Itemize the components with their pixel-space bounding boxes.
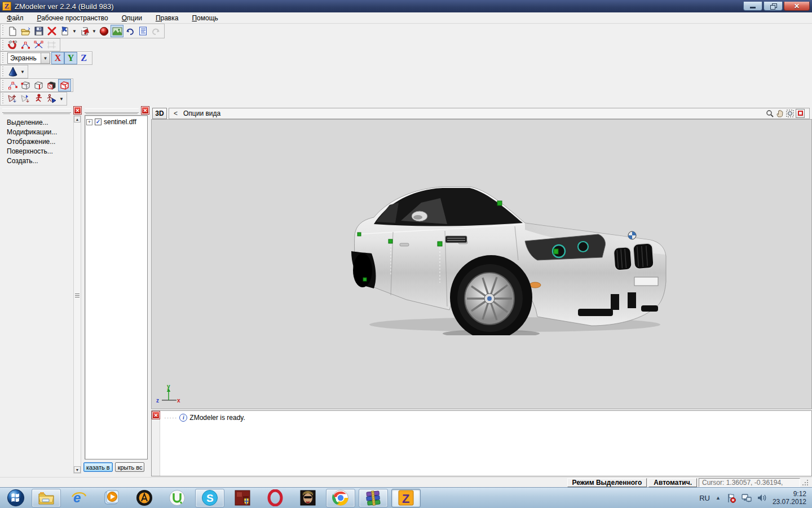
tree-item-sentinel[interactable]: + ✓ sentinel.dff <box>86 118 146 126</box>
menu-options[interactable]: Опции <box>115 13 149 23</box>
network-icon[interactable] <box>742 493 752 502</box>
axis-z-button[interactable]: Z <box>77 52 90 64</box>
menu-help[interactable]: Помощь <box>185 13 224 23</box>
scroll-down-button[interactable]: ▼ <box>74 466 81 473</box>
vertex-mode-icon <box>20 80 31 90</box>
save-button[interactable] <box>32 25 45 37</box>
cmd-selection[interactable]: Выделение... <box>2 118 71 128</box>
toolbar-grip[interactable] <box>1 53 5 63</box>
open-button[interactable] <box>19 25 32 37</box>
toolbar-grip[interactable] <box>1 67 5 77</box>
language-indicator[interactable]: RU <box>699 494 710 502</box>
menu-file[interactable]: Файл <box>0 13 30 23</box>
close-button[interactable]: ✕ <box>784 2 810 11</box>
magnet-button[interactable] <box>6 39 19 51</box>
scroll-up-button[interactable]: ▲ <box>74 116 81 122</box>
view-3d-button[interactable]: 3D <box>152 108 167 119</box>
taskbar-opera[interactable] <box>261 489 290 507</box>
tree-panel-header[interactable]: ✕ <box>83 107 149 115</box>
edge-mode-button[interactable] <box>32 79 45 91</box>
animate-tool-button[interactable] <box>32 93 45 105</box>
hidden-icons-arrow[interactable]: ▲ <box>716 495 721 501</box>
import-button[interactable] <box>58 25 71 37</box>
vertex-mode-button[interactable] <box>19 79 32 91</box>
resize-grip[interactable] <box>802 479 809 486</box>
auto-mode-button[interactable]: Автоматич. <box>648 478 697 487</box>
animate-dropdown[interactable]: ▼ <box>58 93 65 105</box>
hide-all-button[interactable]: крыть вс <box>115 462 144 472</box>
car-model[interactable] <box>346 174 673 335</box>
toolbar-grip[interactable] <box>1 25 5 36</box>
spline-mode-button[interactable] <box>6 79 19 91</box>
clock[interactable]: 9:12 23.07.2012 <box>773 490 806 506</box>
taskbar-utorrent[interactable] <box>162 489 192 507</box>
weld-vertices-button[interactable] <box>19 39 32 51</box>
cmd-create[interactable]: Создать... <box>2 156 71 166</box>
taskbar-explorer[interactable] <box>32 489 61 507</box>
skeleton-tool-button[interactable] <box>45 93 58 105</box>
close-log-button[interactable]: ✕ <box>152 411 160 419</box>
close-tree-button[interactable]: ✕ <box>142 107 149 114</box>
import-dropdown[interactable]: ▼ <box>71 25 78 37</box>
taskbar-samp[interactable] <box>228 489 257 507</box>
export-dropdown[interactable]: ▼ <box>91 25 98 37</box>
split-vertices-button[interactable] <box>32 39 45 51</box>
taskbar-aimp[interactable] <box>130 489 159 507</box>
skin-tool-button[interactable] <box>19 93 32 105</box>
delete-button[interactable] <box>45 25 58 37</box>
taskbar-gta-sa[interactable] <box>293 489 323 507</box>
menu-edit[interactable]: Правка <box>149 13 186 23</box>
primitive-dropdown[interactable]: ▼ <box>19 65 26 78</box>
expand-icon[interactable]: + <box>86 119 92 125</box>
undo-button[interactable] <box>123 25 136 37</box>
close-panel-button[interactable]: ✕ <box>74 107 81 114</box>
taskbar-media-player[interactable] <box>97 489 126 507</box>
taskbar-skype[interactable]: S <box>195 489 224 507</box>
pan-hand-icon[interactable] <box>775 109 784 118</box>
toolbar-grip[interactable] <box>1 40 5 50</box>
back-chevron[interactable]: < <box>174 110 178 117</box>
panel-grip[interactable] <box>2 108 71 113</box>
scrollbar-grip[interactable] <box>75 294 80 299</box>
maximize-viewport-button[interactable] <box>796 109 805 118</box>
scene-tree-panel: ✕ + ✓ sentinel.dff казать в крыть вс <box>82 106 150 475</box>
taskbar-zmodeler[interactable]: Z <box>391 489 421 507</box>
visibility-checkbox[interactable]: ✓ <box>95 119 102 125</box>
panel-grip[interactable] <box>85 108 139 113</box>
command-panel-header[interactable]: ✕ <box>1 107 81 115</box>
cmd-surface[interactable]: Поверхность... <box>2 147 71 156</box>
viewport-canvas[interactable]: y x z <box>151 119 812 409</box>
export-button[interactable] <box>78 25 91 37</box>
axis-x-button[interactable]: X <box>51 52 64 64</box>
view-mode-combo[interactable]: Экраннь ▼ <box>7 52 50 64</box>
orbit-icon[interactable] <box>785 109 795 118</box>
taskbar-winrar[interactable] <box>359 489 388 507</box>
taskbar-chrome[interactable] <box>326 489 355 507</box>
axis-y-button[interactable]: Y <box>64 52 77 64</box>
taskbar-internet-explorer[interactable]: e <box>64 489 94 507</box>
zoom-icon[interactable] <box>765 109 774 118</box>
start-button[interactable] <box>3 489 28 507</box>
show-all-button[interactable]: казать в <box>83 462 113 472</box>
action-center-flag-icon[interactable] <box>726 493 736 503</box>
volume-icon[interactable] <box>757 493 767 502</box>
bone-tool-button[interactable] <box>6 93 19 105</box>
viewport-title: Опции вида <box>183 110 220 117</box>
cmd-display[interactable]: Отображение... <box>2 137 71 147</box>
terrain-button[interactable] <box>111 25 123 37</box>
toolbar-grip[interactable] <box>1 80 5 90</box>
command-panel-scrollbar[interactable]: ▲ ▼ <box>73 115 81 474</box>
face-mode-button[interactable] <box>45 79 58 91</box>
toolbar-grip[interactable] <box>1 94 5 104</box>
selection-mode-button[interactable]: Режим Выделенного <box>567 478 647 487</box>
cone-primitive-button[interactable] <box>6 65 19 78</box>
restore-button[interactable] <box>764 2 783 11</box>
render-button[interactable] <box>98 25 111 37</box>
menu-workspace[interactable]: Рабочее пространство <box>30 13 115 23</box>
object-mode-button[interactable] <box>58 79 71 91</box>
new-button[interactable] <box>6 25 19 37</box>
minimize-button[interactable] <box>743 2 762 11</box>
log-button[interactable] <box>136 25 149 37</box>
combo-dropdown-icon[interactable]: ▼ <box>41 53 50 63</box>
cmd-modifiers[interactable]: Модификации... <box>2 128 71 137</box>
